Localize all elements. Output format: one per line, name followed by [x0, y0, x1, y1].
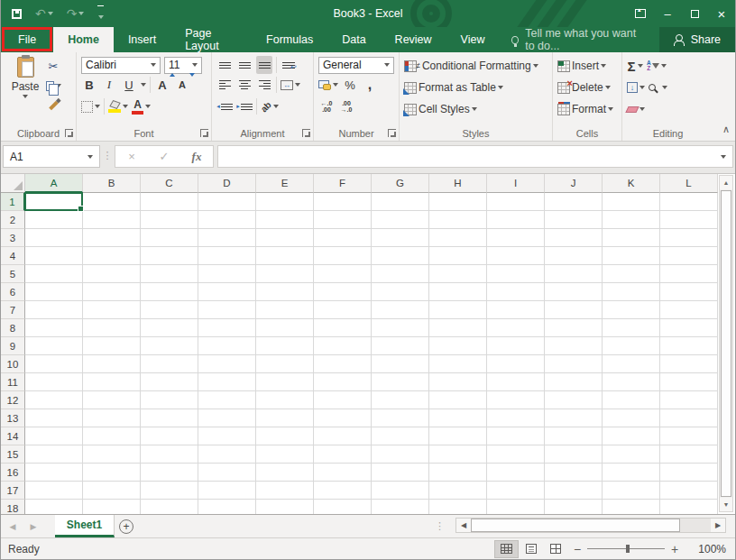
column-header-D[interactable]: D — [198, 174, 256, 193]
tab-home[interactable]: Home — [53, 27, 114, 52]
font-dialog-launcher-icon[interactable] — [200, 129, 208, 137]
tab-view[interactable]: View — [446, 27, 500, 52]
tab-formulas[interactable]: Formulas — [252, 27, 327, 52]
row-header-15[interactable]: 15 — [1, 445, 25, 464]
tab-page-layout[interactable]: Page Layout — [170, 27, 252, 52]
wrap-text-button[interactable]: ↩ — [281, 56, 297, 74]
select-all-button[interactable] — [1, 174, 25, 193]
autosum-button[interactable]: Σ — [627, 57, 643, 75]
name-box[interactable]: A1 — [3, 145, 100, 168]
horizontal-scrollbar[interactable]: ◀ ▶ — [455, 518, 726, 533]
column-header-B[interactable]: B — [83, 174, 141, 193]
cancel-button[interactable]: × — [115, 150, 148, 163]
tab-review[interactable]: Review — [381, 27, 446, 52]
column-header-I[interactable]: I — [487, 174, 545, 193]
align-left-button[interactable] — [216, 76, 233, 94]
column-header-K[interactable]: K — [603, 174, 660, 193]
row-header-13[interactable]: 13 — [1, 409, 25, 427]
row-header-6[interactable]: 6 — [1, 283, 25, 301]
column-header-C[interactable]: C — [141, 174, 198, 193]
increase-decimal-button[interactable]: ←.0.00 — [318, 97, 335, 115]
find-select-button[interactable] — [649, 78, 667, 96]
zoom-in-button[interactable]: + — [665, 542, 685, 556]
tell-me-box[interactable]: Tell me what you want to do... — [499, 27, 658, 52]
row-header-9[interactable]: 9 — [1, 337, 25, 355]
copy-button[interactable] — [45, 77, 61, 95]
row-header-17[interactable]: 17 — [1, 482, 25, 500]
borders-button[interactable] — [81, 97, 100, 115]
scroll-left-button[interactable]: ◀ — [456, 519, 471, 532]
row-header-16[interactable]: 16 — [1, 464, 25, 482]
column-header-G[interactable]: G — [372, 174, 429, 193]
row-header-14[interactable]: 14 — [1, 427, 25, 445]
row-header-2[interactable]: 2 — [1, 211, 25, 229]
column-header-E[interactable]: E — [256, 174, 314, 193]
decrease-decimal-button[interactable]: .00→.0 — [338, 97, 354, 115]
horizontal-scroll-track[interactable] — [680, 519, 711, 532]
zoom-slider[interactable] — [587, 548, 665, 549]
enter-button[interactable]: ✓ — [148, 150, 180, 163]
share-button[interactable]: Share — [659, 27, 735, 52]
close-button[interactable]: × — [708, 0, 735, 27]
alignment-dialog-launcher-icon[interactable] — [302, 129, 310, 137]
font-size-select[interactable]: 11 — [164, 57, 202, 74]
format-cells-button[interactable]: Format — [557, 100, 613, 118]
column-header-A[interactable]: A — [25, 174, 83, 193]
decrease-font-size-button[interactable]: A — [174, 76, 190, 94]
page-layout-view-button[interactable] — [519, 540, 543, 558]
page-break-view-button[interactable] — [543, 540, 567, 558]
column-header-J[interactable]: J — [545, 174, 603, 193]
ribbon-display-options-button[interactable] — [627, 0, 654, 27]
vertical-scrollbar[interactable]: ▲ ▼ — [719, 175, 733, 512]
number-dialog-launcher-icon[interactable] — [388, 129, 396, 137]
row-header-3[interactable]: 3 — [1, 229, 25, 247]
conditional-formatting-button[interactable]: ≠ Conditional Formatting — [404, 57, 538, 75]
percent-style-button[interactable]: % — [342, 76, 358, 94]
column-header-L[interactable]: L — [660, 174, 718, 193]
number-format-select[interactable]: General — [318, 57, 394, 74]
scroll-up-button[interactable]: ▲ — [720, 176, 732, 189]
cells-area[interactable] — [25, 193, 718, 514]
zoom-out-button[interactable]: − — [567, 542, 587, 556]
next-sheet-button[interactable]: ▶ — [24, 515, 42, 537]
insert-function-button[interactable]: fx — [180, 150, 213, 164]
row-header-18[interactable]: 18 — [1, 500, 25, 514]
new-sheet-button[interactable]: + — [115, 515, 138, 537]
paste-button[interactable]: Paste — [5, 55, 45, 125]
increase-font-size-button[interactable]: A — [154, 76, 170, 94]
save-button[interactable] — [12, 9, 22, 19]
insert-cells-button[interactable]: Insert — [557, 57, 606, 75]
font-color-button[interactable]: A — [132, 97, 151, 115]
sheet-tab-sheet1[interactable]: Sheet1 — [55, 515, 115, 537]
customize-quick-access-button[interactable] — [97, 5, 104, 22]
scrollbar-resize-handle[interactable]: ⋮ — [435, 520, 445, 532]
italic-button[interactable]: I — [101, 76, 117, 94]
row-header-4[interactable]: 4 — [1, 247, 25, 265]
row-header-10[interactable]: 10 — [1, 355, 25, 373]
clipboard-dialog-launcher-icon[interactable] — [65, 129, 73, 137]
maximize-button[interactable] — [681, 0, 708, 27]
zoom-level[interactable]: 100% — [685, 543, 726, 555]
bottom-align-button[interactable] — [256, 56, 272, 74]
minimize-button[interactable]: – — [654, 0, 681, 27]
scroll-right-button[interactable]: ▶ — [711, 519, 725, 532]
decrease-indent-button[interactable]: ◂ — [216, 97, 233, 115]
merge-center-button[interactable]: ↔ — [281, 76, 300, 94]
format-as-table-button[interactable]: Format as Table — [404, 78, 503, 96]
cell-styles-button[interactable]: Cell Styles — [404, 100, 477, 118]
format-painter-button[interactable] — [45, 96, 61, 115]
tab-file[interactable]: File — [1, 27, 53, 52]
comma-style-button[interactable]: , — [362, 76, 378, 94]
cut-button[interactable]: ✂ — [45, 57, 61, 75]
row-header-11[interactable]: 11 — [1, 373, 25, 391]
top-align-button[interactable] — [216, 56, 233, 74]
selected-cell[interactable] — [24, 192, 83, 211]
collapse-ribbon-button[interactable]: ∧ — [722, 124, 730, 135]
scroll-down-button[interactable]: ▼ — [720, 498, 732, 511]
column-header-H[interactable]: H — [429, 174, 487, 193]
undo-button[interactable]: ↶ — [35, 7, 53, 20]
dropdown-icon[interactable] — [141, 83, 146, 87]
zoom-slider-thumb[interactable] — [626, 545, 630, 553]
row-header-1[interactable]: 1 — [1, 193, 25, 211]
redo-button[interactable]: ↷ — [67, 7, 85, 20]
